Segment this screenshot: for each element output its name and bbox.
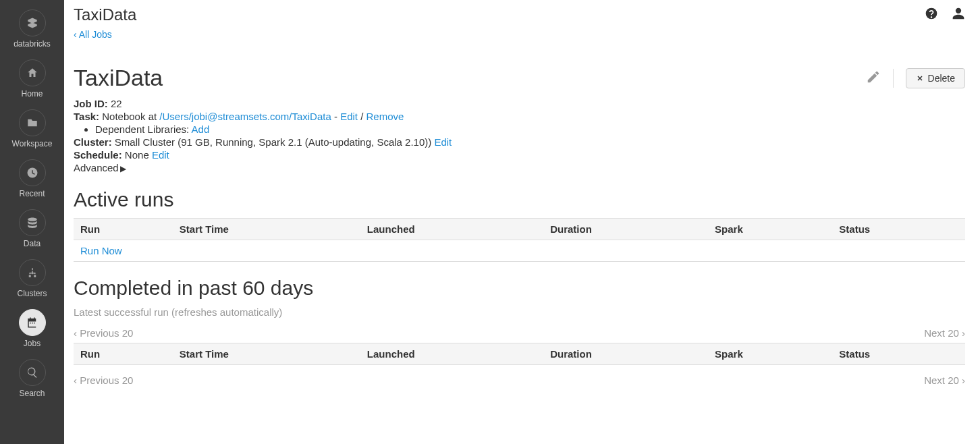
col-spark: Spark — [708, 219, 832, 240]
col-spark: Spark — [708, 343, 832, 365]
job-id-label: Job ID: — [74, 98, 108, 109]
task-edit-link[interactable]: Edit — [340, 111, 358, 122]
col-status: Status — [832, 219, 965, 240]
sidebar-item-workspace[interactable]: Workspace — [0, 105, 64, 155]
task-prefix: Notebook at — [102, 111, 159, 122]
delete-button[interactable]: Delete — [906, 68, 965, 88]
sidebar-item-label: Search — [19, 389, 45, 398]
schedule-edit-link[interactable]: Edit — [152, 149, 169, 161]
topbar: TaxiData — [74, 5, 965, 24]
sidebar-item-jobs[interactable]: Jobs — [0, 305, 64, 355]
active-runs-heading: Active runs — [74, 188, 965, 211]
chevron-right-icon: ▶ — [120, 164, 126, 173]
schedule-value: None — [125, 149, 152, 161]
sidebar-item-clusters[interactable]: Clusters — [0, 255, 64, 305]
sidebar-item-recent[interactable]: Recent — [0, 155, 64, 205]
sidebar-item-label: Home — [21, 89, 43, 99]
table-header-row: Run Start Time Launched Duration Spark S… — [74, 343, 965, 365]
active-runs-table: Run Start Time Launched Duration Spark S… — [74, 218, 965, 262]
sidebar-item-home[interactable]: Home — [0, 55, 64, 105]
col-start: Start Time — [173, 219, 360, 240]
job-header: TaxiData Delete — [74, 65, 965, 91]
sidebar-item-data[interactable]: Data — [0, 205, 64, 255]
sidebar-item-label: Clusters — [17, 289, 47, 298]
pager-bottom: ‹ Previous 20 Next 20 › — [74, 374, 965, 386]
task-path-link[interactable]: /Users/jobi@streamsets.com/TaxiData — [159, 111, 331, 122]
dependent-libraries: Dependent Libraries: Add — [95, 123, 965, 135]
page-title: TaxiData — [74, 5, 136, 24]
topbar-actions — [925, 7, 965, 23]
table-row: Run Now — [74, 240, 965, 262]
next-page[interactable]: Next 20 › — [924, 374, 965, 386]
completed-runs-heading: Completed in past 60 days — [74, 277, 965, 300]
run-now-link[interactable]: Run Now — [80, 245, 122, 256]
edit-title-button[interactable] — [866, 70, 881, 87]
database-icon — [19, 209, 46, 236]
col-duration: Duration — [543, 219, 708, 240]
task-sep: / — [358, 111, 366, 122]
sidebar: databricks Home Workspace Recent Data Cl… — [0, 0, 64, 410]
help-icon[interactable] — [925, 7, 938, 23]
completed-subnote: Latest successful run (refreshes automat… — [74, 306, 965, 318]
all-jobs-link[interactable]: ‹ All Jobs — [74, 29, 112, 40]
col-launched: Launched — [360, 219, 543, 240]
col-run: Run — [74, 219, 173, 240]
pencil-icon — [866, 70, 881, 84]
advanced-label: Advanced — [74, 162, 119, 173]
sidebar-brand-label: databricks — [13, 39, 51, 49]
breadcrumb: ‹ All Jobs — [74, 28, 965, 40]
main-content: TaxiData ‹ All Jobs TaxiData Delete — [64, 0, 980, 410]
cluster-edit-link[interactable]: Edit — [434, 136, 452, 148]
previous-page[interactable]: ‹ Previous 20 — [74, 327, 133, 339]
pager-top: ‹ Previous 20 Next 20 › — [74, 327, 965, 339]
task-sep: - — [331, 111, 340, 122]
clock-icon — [19, 159, 46, 186]
calendar-icon — [19, 309, 46, 336]
sidebar-item-label: Workspace — [12, 139, 53, 148]
schedule-label: Schedule: — [74, 149, 122, 161]
sidebar-item-label: Jobs — [24, 339, 40, 348]
col-status: Status — [832, 343, 965, 365]
sidebar-item-label: Recent — [19, 189, 45, 198]
divider — [893, 69, 894, 88]
deps-label: Dependent Libraries: — [95, 123, 192, 135]
col-start: Start Time — [173, 343, 360, 365]
col-run: Run — [74, 343, 173, 365]
databricks-logo-icon — [19, 9, 46, 36]
home-icon — [19, 59, 46, 86]
cluster-label: Cluster: — [74, 136, 112, 148]
next-page[interactable]: Next 20 › — [924, 327, 965, 339]
sidebar-brand[interactable]: databricks — [0, 5, 64, 55]
col-duration: Duration — [543, 343, 708, 365]
sitemap-icon — [19, 259, 46, 286]
deps-add-link[interactable]: Add — [192, 123, 210, 135]
sidebar-item-label: Data — [24, 239, 40, 248]
user-icon[interactable] — [952, 7, 965, 23]
job-title: TaxiData — [74, 65, 163, 91]
task-remove-link[interactable]: Remove — [366, 111, 404, 122]
task-label: Task: — [74, 111, 99, 122]
previous-page[interactable]: ‹ Previous 20 — [74, 374, 133, 386]
job-id-value: 22 — [111, 98, 122, 109]
job-meta: Job ID: 22 Task: Notebook at /Users/jobi… — [74, 98, 965, 173]
completed-runs-table: Run Start Time Launched Duration Spark S… — [74, 343, 965, 365]
folder-icon — [19, 109, 46, 136]
advanced-toggle[interactable]: Advanced▶ — [74, 162, 965, 173]
table-header-row: Run Start Time Launched Duration Spark S… — [74, 219, 965, 240]
col-launched: Launched — [360, 343, 543, 365]
cluster-value: Small Cluster (91 GB, Running, Spark 2.1… — [115, 136, 435, 148]
sidebar-item-search[interactable]: Search — [0, 355, 64, 405]
search-icon — [19, 359, 46, 386]
close-icon — [916, 74, 924, 82]
delete-button-label: Delete — [928, 73, 955, 84]
job-header-actions: Delete — [866, 68, 965, 88]
